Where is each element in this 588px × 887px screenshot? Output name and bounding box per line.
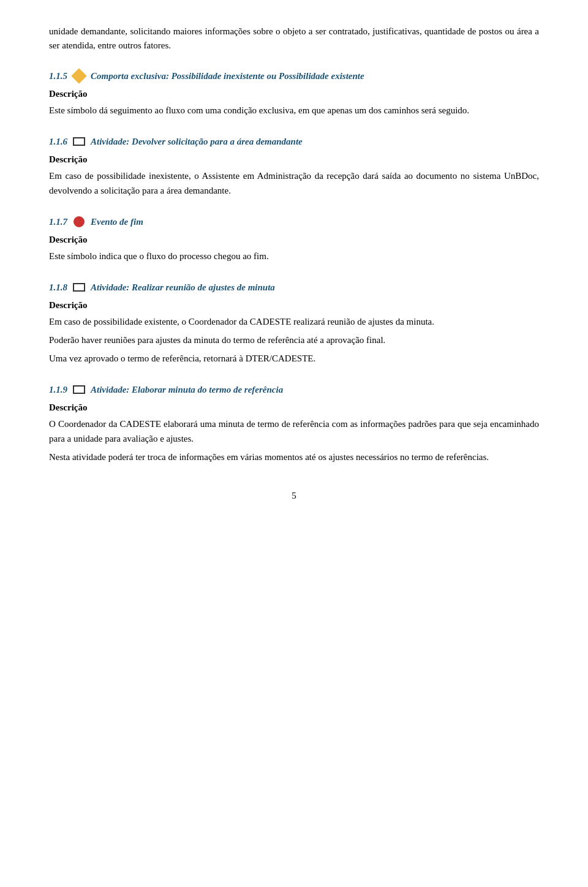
section-title: Atividade: Elaborar minuta do termo de r…	[91, 383, 283, 397]
section-number: 1.1.5	[49, 69, 67, 83]
section-number: 1.1.8	[49, 281, 67, 295]
section-label: Descrição	[49, 87, 539, 101]
section-header-1: 1.1.6 Atividade: Devolver solicitação pa…	[49, 135, 539, 149]
section-1-1-6: 1.1.6 Atividade: Devolver solicitação pa…	[49, 135, 539, 198]
section-header-0: 1.1.5 Comporta exclusiva: Possibilidade …	[49, 69, 539, 83]
body-paragraph: Este símbolo dá seguimento ao fluxo com …	[49, 103, 539, 118]
body-paragraph: Em caso de possibilidade inexistente, o …	[49, 168, 539, 198]
section-body: Em caso de possibilidade existente, o Co…	[49, 314, 539, 366]
sections-container: 1.1.5 Comporta exclusiva: Possibilidade …	[49, 69, 539, 464]
body-paragraph: O Coordenador da CADESTE elaborará uma m…	[49, 417, 539, 446]
section-number: 1.1.7	[49, 215, 67, 229]
section-title: Atividade: Devolver solicitação para a á…	[91, 135, 303, 149]
section-title: Comporta exclusiva: Possibilidade inexis…	[91, 69, 364, 83]
section-label: Descrição	[49, 153, 539, 167]
body-paragraph: Em caso de possibilidade existente, o Co…	[49, 314, 539, 329]
body-paragraph: Uma vez aprovado o termo de referência, …	[49, 351, 539, 366]
section-label: Descrição	[49, 233, 539, 247]
body-paragraph: Este símbolo indica que o fluxo do proce…	[49, 249, 539, 263]
section-header-4: 1.1.9 Atividade: Elaborar minuta do term…	[49, 383, 539, 397]
rect-icon	[72, 383, 86, 396]
body-paragraph: Nesta atividade poderá ter troca de info…	[49, 450, 539, 464]
section-title: Evento de fim	[91, 215, 143, 229]
section-number: 1.1.6	[49, 135, 67, 149]
section-header-3: 1.1.8 Atividade: Realizar reunião de aju…	[49, 281, 539, 295]
section-body: Este símbolo indica que o fluxo do proce…	[49, 249, 539, 263]
section-1-1-7: 1.1.7 Evento de fim DescriçãoEste símbol…	[49, 215, 539, 263]
section-1-1-5: 1.1.5 Comporta exclusiva: Possibilidade …	[49, 69, 539, 118]
circle-icon	[72, 215, 86, 228]
rect-icon	[72, 281, 86, 294]
intro-paragraph: unidade demandante, solicitando maiores …	[49, 25, 539, 52]
section-label: Descrição	[49, 401, 539, 415]
section-body: O Coordenador da CADESTE elaborará uma m…	[49, 417, 539, 464]
body-paragraph: Poderão haver reuniões para ajustes da m…	[49, 333, 539, 347]
section-1-1-8: 1.1.8 Atividade: Realizar reunião de aju…	[49, 281, 539, 366]
section-header-2: 1.1.7 Evento de fim	[49, 215, 539, 229]
section-body: Em caso de possibilidade inexistente, o …	[49, 168, 539, 198]
rect-icon	[72, 135, 86, 148]
section-number: 1.1.9	[49, 383, 67, 397]
page-number: 5	[49, 489, 539, 503]
diamond-icon	[72, 69, 86, 83]
section-label: Descrição	[49, 298, 539, 312]
section-body: Este símbolo dá seguimento ao fluxo com …	[49, 103, 539, 118]
section-title: Atividade: Realizar reunião de ajustes d…	[91, 281, 275, 295]
section-1-1-9: 1.1.9 Atividade: Elaborar minuta do term…	[49, 383, 539, 464]
